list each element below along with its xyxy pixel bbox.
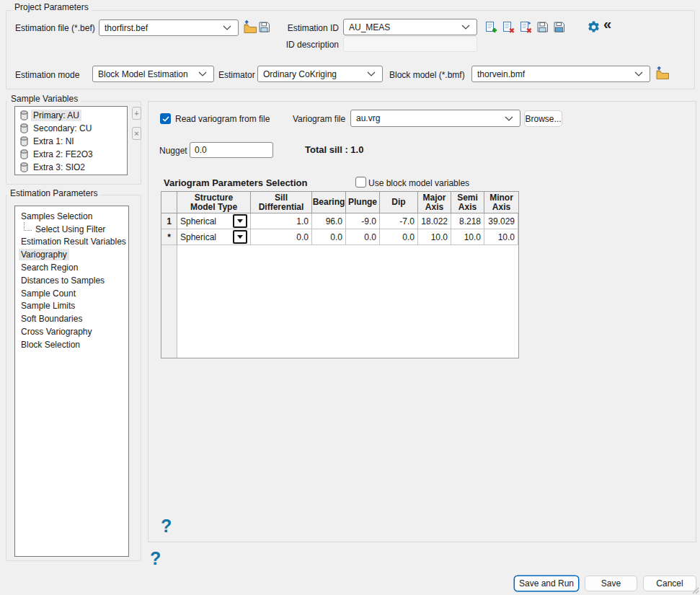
- tree-item-select-using-filter[interactable]: Select Using Filter: [15, 223, 128, 236]
- settings-gear-icon[interactable]: [588, 21, 600, 35]
- tree-item-search-region[interactable]: Search Region: [15, 261, 128, 274]
- list-item[interactable]: Secondary: CU: [15, 122, 127, 135]
- sample-variables-title: Sample Variables: [8, 94, 81, 104]
- block-model-combobox[interactable]: thorvein.bmf: [471, 66, 650, 82]
- estimation-parameters-list[interactable]: Samples Selection Select Using Filter Es…: [14, 206, 129, 557]
- major-axis-cell[interactable]: 18.022: [418, 213, 451, 229]
- sill-cell[interactable]: 0.0: [251, 229, 312, 245]
- resize-grip-icon[interactable]: [691, 586, 699, 594]
- column-header-bearing: Bearing: [312, 192, 346, 213]
- plunge-cell[interactable]: -9.0: [346, 213, 380, 229]
- minor-axis-cell[interactable]: 10.0: [484, 229, 518, 245]
- use-block-model-label: Use block model variables: [368, 177, 469, 189]
- tree-item-samples-selection[interactable]: Samples Selection: [15, 210, 128, 223]
- estimation-file-value: thorfirst.bef: [105, 23, 220, 33]
- chevron-down-icon: [505, 116, 513, 121]
- dip-cell[interactable]: -7.0: [380, 213, 418, 229]
- structure-dropdown-button[interactable]: [233, 214, 247, 228]
- column-header-structure: StructureModel Type: [177, 192, 251, 213]
- id-description-label: ID description: [281, 39, 339, 50]
- sample-variables-list[interactable]: Primary: AU Secondary: CU Extra 1: NI Ex…: [14, 106, 128, 175]
- read-variogram-checkbox[interactable]: [160, 113, 171, 124]
- list-item[interactable]: Extra 1: NI: [15, 135, 127, 148]
- bearing-cell[interactable]: 0.0: [312, 229, 346, 245]
- tree-item-block-selection[interactable]: Block Selection: [15, 338, 128, 351]
- list-item[interactable]: Primary: AU: [15, 109, 127, 122]
- list-item[interactable]: Extra 3: SIO2: [15, 161, 127, 174]
- table-header-row: StructureModel Type SillDifferential Bea…: [161, 192, 518, 213]
- save-file-icon[interactable]: [258, 21, 270, 35]
- variable-icon: [20, 110, 28, 120]
- variable-icon: [20, 149, 28, 159]
- table-row: 1 Spherical 1.0 96.0 -9.0 -7.0 18.022 8.…: [161, 213, 518, 229]
- variable-icon: [20, 162, 28, 172]
- estimation-file-combobox[interactable]: thorfirst.bef: [99, 19, 239, 36]
- read-variogram-label: Read variogram from file: [175, 113, 270, 125]
- dip-cell[interactable]: 0.0: [380, 229, 418, 245]
- structure-cell[interactable]: Spherical: [177, 229, 251, 245]
- sill-cell[interactable]: 1.0: [251, 213, 312, 229]
- estimator-value: Ordinary CoKriging: [263, 69, 364, 79]
- variogram-file-combobox[interactable]: au.vrg: [350, 110, 520, 127]
- use-block-model-checkbox[interactable]: [355, 177, 366, 188]
- minor-axis-cell[interactable]: 39.029: [484, 213, 518, 229]
- bearing-cell[interactable]: 96.0: [312, 213, 346, 229]
- row-header-strip: [161, 245, 177, 358]
- major-axis-cell[interactable]: 10.0: [418, 229, 451, 245]
- cancel-button[interactable]: Cancel: [643, 576, 696, 591]
- dialog-help-button[interactable]: ?: [150, 551, 161, 565]
- collapse-chevrons-icon[interactable]: «: [603, 18, 611, 30]
- estimator-combobox[interactable]: Ordinary CoKriging: [257, 66, 383, 82]
- chevron-down-icon: [461, 25, 470, 30]
- variogram-file-label: Variogram file: [293, 113, 345, 125]
- browse-button[interactable]: Browse...: [524, 110, 562, 127]
- save-button[interactable]: Save: [585, 576, 637, 591]
- tree-item-estimation-result-variables[interactable]: Estimation Result Variables: [15, 236, 128, 249]
- estimation-id-value: AU_MEAS: [349, 22, 458, 32]
- save-estimation-as-icon[interactable]: [553, 21, 565, 35]
- list-item[interactable]: Extra 2: FE2O3: [15, 148, 127, 161]
- structure-cell[interactable]: Spherical: [177, 213, 251, 229]
- tree-item-cross-variography[interactable]: Cross Variography: [15, 325, 128, 338]
- nugget-input[interactable]: 0.0: [190, 142, 273, 158]
- column-header-plunge: Plunge: [346, 192, 380, 213]
- project-parameters-title: Project Parameters: [12, 2, 92, 12]
- add-variable-button[interactable]: +: [132, 107, 141, 120]
- remove-variable-button[interactable]: ×: [132, 127, 141, 140]
- semi-axis-cell[interactable]: 10.0: [451, 229, 484, 245]
- plunge-cell[interactable]: 0.0: [346, 229, 380, 245]
- tree-item-sample-count[interactable]: Sample Count: [15, 287, 128, 300]
- save-estimation-icon[interactable]: [536, 21, 549, 35]
- total-sill-label: Total sill : 1.0: [305, 144, 363, 156]
- delete-estimation-icon[interactable]: [502, 21, 515, 36]
- structure-dropdown-button[interactable]: [233, 230, 247, 244]
- tree-item-sample-limits[interactable]: Sample Limits: [15, 300, 128, 313]
- tree-item-soft-boundaries[interactable]: Soft Boundaries: [15, 312, 128, 325]
- variogram-params-title: Variogram Parameters Selection: [164, 177, 307, 189]
- open-folder-icon[interactable]: [242, 19, 257, 36]
- estimation-mode-combobox[interactable]: Block Model Estimation: [92, 66, 214, 82]
- save-and-run-button[interactable]: Save and Run: [514, 576, 579, 591]
- open-block-model-folder-icon[interactable]: [655, 66, 669, 82]
- row-header[interactable]: *: [161, 229, 177, 245]
- delete-all-estimations-icon[interactable]: [520, 21, 533, 36]
- id-description-field[interactable]: [343, 36, 477, 52]
- row-header[interactable]: 1: [161, 213, 177, 229]
- tree-item-variography[interactable]: Variography: [15, 248, 128, 261]
- tree-item-distances-to-samples[interactable]: Distances to Samples: [15, 274, 128, 287]
- column-header-sill: SillDifferential: [251, 192, 312, 213]
- corner-header-cell: [161, 192, 177, 213]
- new-estimation-icon[interactable]: [485, 21, 498, 36]
- estimation-id-combobox[interactable]: AU_MEAS: [343, 19, 477, 35]
- caret-down-icon: [237, 219, 243, 223]
- caret-down-icon: [237, 235, 243, 239]
- estimation-id-label: Estimation ID: [281, 22, 339, 34]
- semi-axis-cell[interactable]: 8.218: [451, 213, 484, 229]
- column-header-dip: Dip: [380, 192, 418, 213]
- estimation-parameters-title: Estimation Parameters: [7, 188, 100, 198]
- chevron-down-icon: [198, 71, 207, 76]
- chevron-down-icon: [634, 71, 643, 76]
- variogram-file-value: au.vrg: [356, 113, 502, 123]
- panel-help-button[interactable]: ?: [161, 519, 172, 533]
- variable-icon: [20, 136, 28, 146]
